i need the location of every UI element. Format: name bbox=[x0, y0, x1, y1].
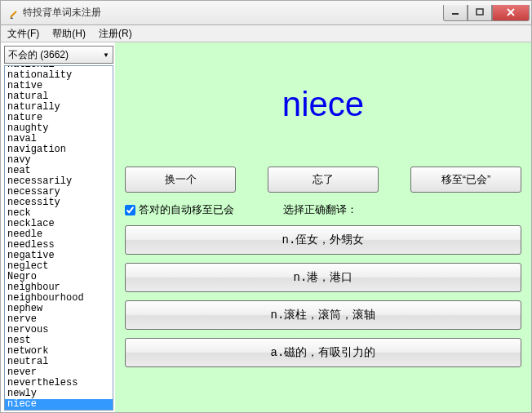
chevron-down-icon: ▼ bbox=[103, 51, 109, 59]
move-known-button[interactable]: 移至“已会” bbox=[410, 167, 521, 193]
answer-button-3[interactable]: n.滚柱，滚筒，滚轴 bbox=[125, 300, 521, 330]
app-icon bbox=[6, 7, 19, 20]
auto-move-checkbox-label[interactable]: 答对的自动移至已会 bbox=[125, 202, 234, 217]
list-item[interactable]: niece bbox=[5, 399, 113, 410]
right-panel: niece 换一个 忘了 移至“已会” 答对的自动移至已会 选择正确翻译： n.… bbox=[115, 42, 531, 412]
options-row: 答对的自动移至已会 选择正确翻译： bbox=[125, 202, 521, 217]
answer-button-2[interactable]: n.港，港口 bbox=[125, 263, 521, 292]
word-list[interactable]: nationalnationalitynativenaturalnaturall… bbox=[4, 65, 113, 411]
menu-register[interactable]: 注册(R) bbox=[99, 27, 132, 41]
choose-translation-label: 选择正确翻译： bbox=[283, 202, 357, 217]
svg-rect-2 bbox=[452, 13, 459, 15]
forget-button[interactable]: 忘了 bbox=[268, 167, 379, 193]
menubar: 文件(F) 帮助(H) 注册(R) bbox=[0, 24, 532, 42]
next-button[interactable]: 换一个 bbox=[125, 167, 236, 193]
minimize-button[interactable] bbox=[443, 5, 468, 21]
main-word: niece bbox=[125, 85, 521, 124]
svg-rect-3 bbox=[477, 9, 483, 15]
client-area: 不会的 (3662) ▼ nationalnationalitynativena… bbox=[0, 42, 532, 413]
close-button[interactable] bbox=[492, 5, 530, 21]
answer-button-4[interactable]: a.磁的，有吸引力的 bbox=[125, 338, 521, 367]
window-buttons bbox=[443, 5, 530, 21]
answers-group: n.侄女，外甥女n.港，港口n.滚柱，滚筒，滚轴a.磁的，有吸引力的 bbox=[125, 225, 521, 402]
left-panel: 不会的 (3662) ▼ nationalnationalitynativena… bbox=[1, 42, 115, 412]
maximize-button[interactable] bbox=[468, 5, 492, 21]
answer-button-1[interactable]: n.侄女，外甥女 bbox=[125, 225, 521, 255]
auto-move-checkbox[interactable] bbox=[125, 205, 135, 215]
action-row: 换一个 忘了 移至“已会” bbox=[125, 167, 521, 193]
svg-rect-1 bbox=[10, 16, 13, 18]
titlebar: 特投背单词未注册 bbox=[0, 0, 532, 24]
menu-help[interactable]: 帮助(H) bbox=[52, 27, 86, 41]
window-title: 特投背单词未注册 bbox=[23, 6, 101, 20]
combo-selected: 不会的 (3662) bbox=[8, 48, 69, 62]
wordset-combo[interactable]: 不会的 (3662) ▼ bbox=[4, 46, 113, 64]
svg-rect-0 bbox=[10, 11, 16, 17]
menu-file[interactable]: 文件(F) bbox=[7, 27, 39, 41]
auto-move-text: 答对的自动移至已会 bbox=[139, 202, 234, 217]
